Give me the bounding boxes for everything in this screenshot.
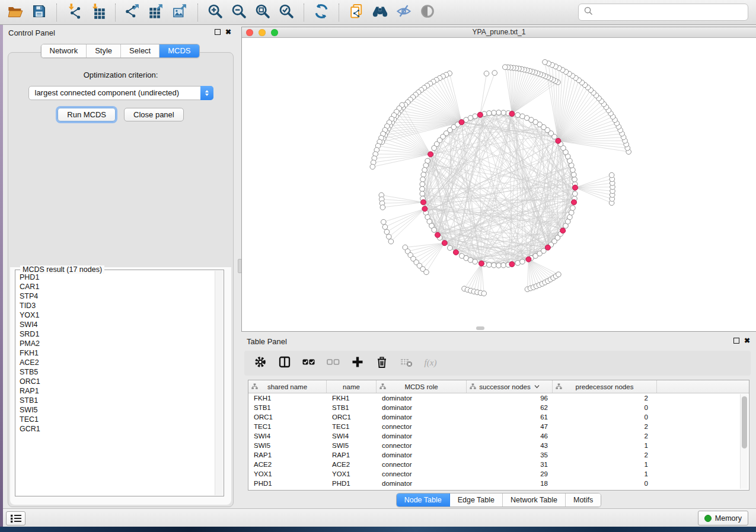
cell-predecessor-nodes[interactable]: 2 [553, 395, 657, 402]
table-row[interactable]: SWI5SWI5connector431 [248, 441, 749, 450]
cell-successor-nodes[interactable]: 31 [467, 461, 553, 468]
export-image-button[interactable] [170, 2, 190, 23]
cell-successor-nodes[interactable]: 47 [467, 423, 553, 430]
mcds-result-node[interactable]: PHD1 [20, 273, 215, 282]
table-options-button[interactable] [253, 356, 267, 370]
import-network-button[interactable] [64, 2, 84, 23]
zoom-out-button[interactable] [229, 2, 249, 23]
new-network-from-selection-button[interactable] [346, 2, 366, 23]
table-row[interactable]: TEC1TEC1connector472 [248, 422, 749, 431]
table-row[interactable]: SWI4SWI4dominator462 [248, 431, 749, 441]
network-graph[interactable] [242, 37, 755, 331]
close-panel-button[interactable]: Close panel [124, 108, 184, 121]
mcds-result-node[interactable]: ACE2 [20, 358, 215, 367]
show-task-history-button[interactable] [6, 511, 25, 525]
tab-edge-table[interactable]: Edge Table [450, 493, 503, 507]
cell-predecessor-nodes[interactable]: 2 [553, 423, 657, 430]
cell-name[interactable]: SWI5 [327, 442, 377, 449]
cell-name[interactable]: RAP1 [327, 451, 377, 459]
mcds-result-node[interactable]: PMA2 [20, 339, 215, 348]
cell-shared-name[interactable]: PHD1 [248, 480, 327, 487]
cell-predecessor-nodes[interactable]: 2 [553, 451, 657, 459]
show-columns-button[interactable] [277, 356, 292, 370]
tab-network[interactable]: Network [41, 44, 87, 57]
cell-successor-nodes[interactable]: 18 [467, 480, 553, 487]
mcds-result-node[interactable]: YOX1 [20, 310, 215, 320]
mcds-result-scrollbar[interactable] [215, 271, 223, 495]
cell-name[interactable]: STB1 [327, 404, 377, 411]
open-file-button[interactable] [5, 2, 25, 23]
mcds-result-node[interactable]: CAR1 [20, 282, 215, 291]
cell-predecessor-nodes[interactable]: 2 [553, 432, 657, 440]
hide-selected-button[interactable] [394, 2, 414, 23]
cell-predecessor-nodes[interactable]: 0 [553, 480, 657, 487]
network-hscrollbar-thumb[interactable] [476, 326, 484, 330]
cell-successor-nodes[interactable]: 62 [467, 404, 553, 411]
table-row[interactable]: YOX1YOX1connector291 [248, 469, 749, 479]
mcds-result-node[interactable]: FKH1 [20, 348, 215, 358]
cell-successor-nodes[interactable]: 61 [467, 414, 553, 421]
network-window-titlebar[interactable]: YPA_prune.txt_1 [242, 27, 756, 38]
zoom-in-button[interactable] [205, 2, 225, 23]
zoom-selected-button[interactable] [276, 2, 296, 23]
cell-successor-nodes[interactable]: 46 [467, 432, 553, 440]
cell-MCDS-role[interactable]: dominator [377, 404, 467, 411]
mcds-result-node[interactable]: SRD1 [20, 329, 215, 339]
column-header-predecessor-nodes[interactable]: predecessor nodes [553, 380, 657, 393]
export-network-button[interactable] [123, 2, 143, 23]
column-header-MCDS-role[interactable]: MCDS role [377, 380, 467, 393]
tab-motifs[interactable]: Motifs [566, 493, 601, 507]
run-mcds-button[interactable]: Run MCDS [58, 108, 116, 121]
tab-network-table[interactable]: Network Table [503, 493, 566, 507]
table-scrollbar[interactable] [740, 394, 748, 489]
cell-shared-name[interactable]: SWI5 [248, 442, 327, 449]
zoom-fit-button[interactable] [253, 2, 273, 23]
refresh-button[interactable] [311, 2, 331, 23]
cell-name[interactable]: ACE2 [327, 461, 377, 468]
minimize-window-icon[interactable] [259, 29, 266, 36]
select-all-button[interactable] [302, 356, 316, 370]
cell-successor-nodes[interactable]: 96 [467, 395, 553, 402]
cell-MCDS-role[interactable]: dominator [377, 480, 467, 487]
cell-MCDS-role[interactable]: connector [377, 442, 467, 449]
float-panel-icon[interactable] [215, 29, 221, 35]
maximize-window-icon[interactable] [271, 29, 278, 36]
cell-successor-nodes[interactable]: 29 [467, 470, 553, 477]
mcds-result-node[interactable]: TEC1 [20, 415, 215, 424]
show-all-button[interactable] [417, 2, 438, 23]
search-input[interactable] [596, 7, 748, 17]
column-header-successor-nodes[interactable]: successor nodes [467, 380, 553, 393]
cell-shared-name[interactable]: SWI4 [248, 432, 327, 440]
table-row[interactable]: PHD1PHD1dominator180 [248, 479, 749, 488]
cell-name[interactable]: FKH1 [327, 395, 377, 402]
cell-name[interactable]: ORC1 [327, 414, 377, 421]
cell-predecessor-nodes[interactable]: 0 [553, 404, 657, 411]
cell-name[interactable]: SWI4 [327, 432, 377, 440]
cell-predecessor-nodes[interactable]: 0 [553, 414, 657, 421]
mcds-result-node[interactable]: STB1 [20, 396, 215, 405]
cell-MCDS-role[interactable]: dominator [377, 414, 467, 421]
cell-successor-nodes[interactable]: 35 [467, 451, 553, 459]
delete-rows-button[interactable] [375, 356, 389, 370]
cell-MCDS-role[interactable]: connector [377, 461, 467, 468]
cell-MCDS-role[interactable]: dominator [377, 395, 467, 402]
mcds-result-node[interactable]: SWI4 [20, 320, 215, 329]
cell-name[interactable]: TEC1 [327, 423, 377, 430]
memory-button[interactable]: Memory [698, 511, 748, 525]
cell-predecessor-nodes[interactable]: 1 [553, 442, 657, 449]
mcds-result-node[interactable]: STB5 [20, 367, 215, 377]
close-table-panel-icon[interactable]: ✖ [744, 337, 750, 344]
find-button[interactable] [370, 2, 390, 23]
split-pane-divider[interactable] [237, 25, 241, 508]
tab-style[interactable]: Style [87, 44, 121, 57]
cell-MCDS-role[interactable]: connector [377, 423, 467, 430]
tab-mcds[interactable]: MCDS [160, 44, 199, 57]
table-row[interactable]: ORC1ORC1dominator610 [248, 412, 749, 422]
mcds-result-node[interactable]: SWI5 [20, 405, 215, 415]
close-panel-icon[interactable]: ✖ [225, 28, 231, 36]
cell-predecessor-nodes[interactable]: 1 [553, 461, 657, 468]
float-table-panel-icon[interactable] [733, 338, 739, 344]
cell-predecessor-nodes[interactable]: 1 [553, 470, 657, 477]
mcds-result-node[interactable]: RAP1 [20, 386, 215, 396]
table-row[interactable]: STB1STB1dominator620 [248, 403, 749, 412]
